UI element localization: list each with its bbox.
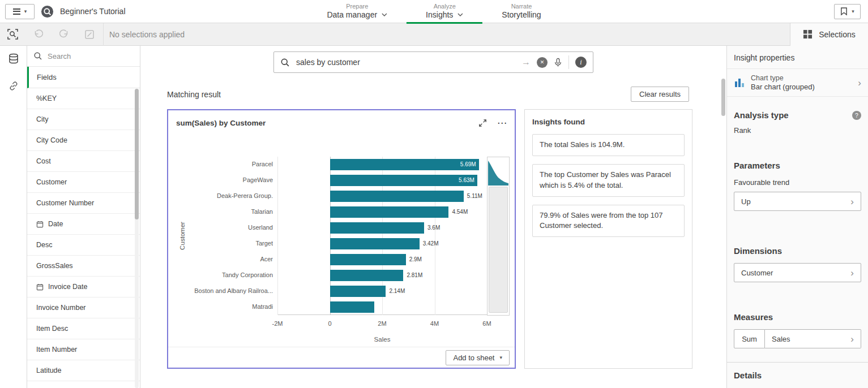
database-icon xyxy=(7,53,20,65)
toolbar-divider xyxy=(103,23,104,46)
measure-aggregation[interactable]: Sum xyxy=(734,329,765,348)
nav-item-data-manager[interactable]: PrepareData manager xyxy=(307,0,407,23)
field-item-customer[interactable]: Customer xyxy=(27,172,140,193)
fields-search-input[interactable] xyxy=(48,52,140,61)
chart-card-footer: Add to sheet ▾ xyxy=(168,347,515,368)
field-label: Customer xyxy=(36,178,67,186)
insight-item[interactable]: The top Customer by Sales was Paracel wh… xyxy=(532,164,685,197)
selections-tool-button[interactable]: Selections xyxy=(790,23,868,46)
bar[interactable] xyxy=(330,238,420,249)
topbar-left: ▾ Beginner's Tutorial xyxy=(0,4,126,19)
voice-search-button[interactable] xyxy=(554,58,562,67)
bar-value-label: 2.9M xyxy=(409,254,422,265)
nav-section-label: Analyze xyxy=(434,3,456,10)
chart-navigator[interactable] xyxy=(487,157,510,316)
bar[interactable] xyxy=(330,206,449,218)
fields-scrollbar[interactable] xyxy=(135,89,139,388)
details-section[interactable]: Details xyxy=(727,362,868,388)
main-scrollbar-thumb[interactable] xyxy=(721,79,725,116)
field-item-invoice-number[interactable]: Invoice Number xyxy=(27,298,140,318)
field-label: Item Desc xyxy=(36,325,68,333)
field-item-date[interactable]: Date xyxy=(27,214,140,235)
dimension-select[interactable]: Customer › xyxy=(734,263,861,282)
field-item-grosssales[interactable]: GrossSales xyxy=(27,256,140,277)
fields-scrollbar-thumb[interactable] xyxy=(135,89,139,219)
field-item-city-code[interactable]: City Code xyxy=(27,130,140,151)
bookmarks-button[interactable]: ▾ xyxy=(834,4,861,19)
nav-item-storytelling[interactable]: NarrateStorytelling xyxy=(482,0,560,23)
chart-type-row[interactable]: Chart type Bar chart (grouped) › xyxy=(727,69,868,97)
bar[interactable] xyxy=(330,254,406,265)
more-options-icon[interactable]: ⋯ xyxy=(497,118,507,128)
insight-search-input[interactable] xyxy=(296,58,515,67)
clear-results-button[interactable]: Clear results xyxy=(631,87,689,102)
measure-select[interactable]: Sales › xyxy=(765,329,861,348)
insight-item[interactable]: 79.9% of Sales were from the top 107 Cus… xyxy=(532,205,685,238)
field-item-longitude[interactable]: Longitude xyxy=(27,381,140,388)
field-item-latitude[interactable]: Latitude xyxy=(27,360,140,381)
help-icon[interactable]: ? xyxy=(852,111,861,120)
result-header: Matching result Clear results xyxy=(140,73,726,102)
search-icon xyxy=(33,51,42,61)
insights-found-title: Insights found xyxy=(532,118,685,126)
search-icon xyxy=(280,58,290,67)
bar[interactable] xyxy=(330,191,464,202)
topbar-right: ▾ xyxy=(834,4,868,19)
field-item-item-desc[interactable]: Item Desc xyxy=(27,318,140,339)
add-to-sheet-label: Add to sheet xyxy=(453,353,494,362)
clear-search-icon[interactable]: ✕ xyxy=(537,57,548,68)
field-item-desc[interactable]: Desc xyxy=(27,235,140,256)
clear-selections-button[interactable] xyxy=(76,23,102,46)
y-axis-category-label: Target xyxy=(170,240,273,247)
field-item-cost[interactable]: Cost xyxy=(27,151,140,172)
selections-toolbar: No selections applied Selections xyxy=(0,23,868,46)
field-label: Cost xyxy=(36,157,51,165)
field-item-item-number[interactable]: Item Number xyxy=(27,339,140,360)
nav-item-label: Storytelling xyxy=(502,10,541,19)
bar[interactable] xyxy=(330,270,404,281)
field-label: City xyxy=(36,115,49,123)
step-forward-button[interactable] xyxy=(51,23,76,46)
tab-fields[interactable]: Fields xyxy=(27,67,140,88)
microphone-icon xyxy=(554,58,562,67)
insight-item[interactable]: The total Sales is 104.9M. xyxy=(532,134,685,156)
y-axis-category-label: Talarian xyxy=(170,208,273,215)
field-item-city[interactable]: City xyxy=(27,109,140,130)
selections-label: Selections xyxy=(819,30,856,39)
step-back-button[interactable] xyxy=(25,23,51,46)
add-to-sheet-button[interactable]: Add to sheet ▾ xyxy=(446,350,510,365)
field-label: Desc xyxy=(36,241,52,249)
chart-type-label: Chart type xyxy=(751,74,852,82)
bar[interactable] xyxy=(330,286,386,297)
smart-search-button[interactable] xyxy=(0,23,25,46)
calendar-icon xyxy=(36,221,44,228)
insight-searchbar: → ✕ i xyxy=(273,51,593,73)
field-label: Item Number xyxy=(36,346,77,353)
caret-down-icon: ▾ xyxy=(24,9,27,14)
dimension-value: Customer xyxy=(741,269,773,277)
bar[interactable]: 5.63M xyxy=(330,175,477,186)
results-row: sum(Sales) by Customer ⋯ Customer Sales … xyxy=(140,102,726,369)
chart-card[interactable]: sum(Sales) by Customer ⋯ Customer Sales … xyxy=(167,109,516,369)
navigator-scroll-thumb[interactable] xyxy=(489,187,508,313)
x-tick-label: 4M xyxy=(422,320,447,327)
field-label: Date xyxy=(48,220,63,228)
nav-item-insights[interactable]: AnalyzeInsights xyxy=(407,0,482,23)
field-item-invoice-date[interactable]: Invoice Date xyxy=(27,277,140,298)
global-menu-button[interactable]: ▾ xyxy=(5,4,35,19)
data-model-button[interactable] xyxy=(7,53,20,65)
selections-grid-icon xyxy=(803,29,813,39)
favourable-trend-select[interactable]: Up › xyxy=(734,192,861,211)
chart-card-header: sum(Sales) by Customer ⋯ xyxy=(168,110,515,135)
bar[interactable] xyxy=(330,222,425,234)
field-item-customer-number[interactable]: Customer Number xyxy=(27,193,140,214)
y-axis-category-label: Acer xyxy=(170,256,273,262)
bar[interactable] xyxy=(330,301,375,313)
info-icon[interactable]: i xyxy=(575,57,587,68)
links-button[interactable] xyxy=(8,80,19,92)
expand-chart-button[interactable] xyxy=(478,119,487,127)
nav-section-label: Narrate xyxy=(511,3,532,10)
bar[interactable]: 5.69M xyxy=(330,159,479,170)
submit-search-icon[interactable]: → xyxy=(521,57,531,67)
field-item-key[interactable]: %KEY xyxy=(27,88,140,109)
